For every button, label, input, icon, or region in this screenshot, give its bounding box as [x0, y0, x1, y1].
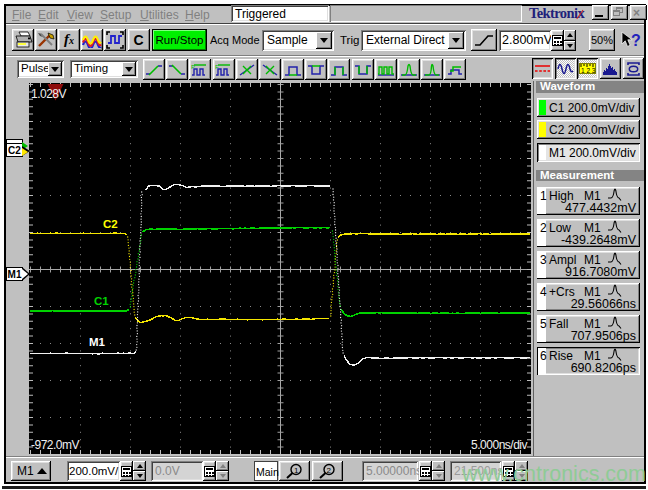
svg-text:M1: M1 [89, 336, 106, 348]
svg-text:?: ? [631, 32, 641, 49]
svg-text:-972.0mV: -972.0mV [31, 438, 80, 452]
svg-text:2: 2 [326, 466, 331, 475]
svg-text:5.000ns/div: 5.000ns/div [471, 438, 527, 452]
svg-text:1: 1 [294, 466, 299, 475]
svg-text:C1: C1 [94, 295, 109, 307]
svg-text:C2: C2 [103, 218, 118, 230]
svg-text:1.028V: 1.028V [31, 87, 67, 101]
svg-text:1 2 3: 1 2 3 [581, 67, 596, 74]
